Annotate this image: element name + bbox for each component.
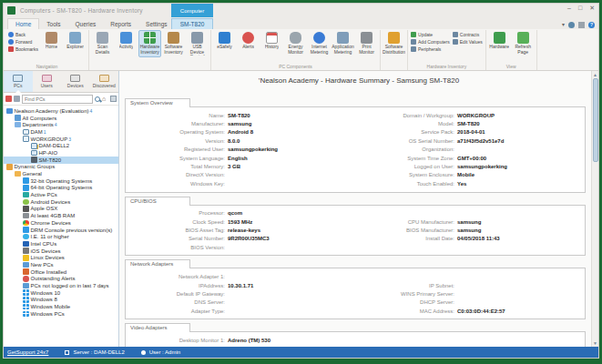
update-button[interactable]: Update [411,32,450,37]
tree-item-windows-mobile[interactable]: Windows Mobile [4,303,118,310]
close-button[interactable]: ✕ [589,5,595,12]
bookmarks-button[interactable]: Bookmarks [8,46,38,52]
scroll-down-icon[interactable]: ▼ [593,339,597,347]
hardware-inventory-button[interactable]: Hardware Inventory [138,30,161,57]
usb-device-control-button[interactable]: USB Device Control [186,30,209,57]
find-pcs-input[interactable] [22,95,93,104]
history-button[interactable]: History [260,30,283,57]
field-wins-primary-server: WINS Primary Server: [355,289,585,298]
tree-item-new-pcs[interactable]: New PCs [4,261,118,268]
home-button[interactable]: Home [40,30,63,57]
tab-reports[interactable]: Reports [103,19,138,29]
internet-metering-button[interactable]: Internet Metering [308,30,331,57]
home-small-icon[interactable]: ⌂ [102,96,108,102]
minimize-button[interactable]: – [567,5,571,12]
sidebar-tab-discovered[interactable]: Discovered [90,71,119,92]
tab-queries[interactable]: Queries [68,19,104,29]
window-title: Computers - SM-T820 - Hardware Inventory [20,7,143,14]
vertical-scrollbar[interactable]: ▲ ▼ [591,71,598,347]
tab-tools[interactable]: Tools [39,19,67,29]
tree-item-64-bit-operating-systems[interactable]: 64-bit Operating Systems [4,185,118,192]
tree-item-ios-devices[interactable]: iOS Devices [4,248,118,255]
back-button[interactable]: Back [8,32,38,37]
tree-item-windows-8[interactable]: Windows 8 [4,297,118,304]
explorer-button[interactable]: Explorer [64,30,87,57]
energy-monitor-button[interactable]: Energy Monitor [284,30,307,57]
add-computers-button[interactable]: Add Computers [411,39,450,45]
tree-item-intel-cpus[interactable]: Intel CPUs [4,240,118,248]
field-manufacturer: Manufacturer:samsung [126,119,355,127]
hardware-button[interactable]: Hardware [488,30,511,57]
tree-item-i-e-11-or-higher[interactable]: I.E. 11 or higher [4,233,118,240]
tree-item-at-least-4gb-ram[interactable]: At least 4GB RAM [4,212,118,219]
depts-icon [15,122,21,128]
sidebar-tab-users[interactable]: Users [33,71,62,92]
tree-item-dynamic-groups[interactable]: Dynamic Groups [4,164,118,171]
contracts-button[interactable]: Contracts [453,32,483,37]
software-inventory-button[interactable]: Software Inventory [162,30,185,57]
support-link[interactable]: GetSupport 24x7 [7,349,48,355]
scroll-up-icon[interactable]: ▲ [593,71,597,78]
panel-toggle-icon[interactable] [110,96,117,102]
windows-icon [23,311,29,318]
forward-button[interactable]: Forward [8,39,38,45]
tree-item-pcs-not-logged-on-in-last-7-days[interactable]: PCs not logged on in last 7 days [4,282,118,289]
tree-item-active-pcs[interactable]: Active PCs [4,191,118,198]
print-monitor-button[interactable]: Print Monitor [355,30,378,57]
alerts-quick-icon[interactable] [5,96,12,102]
tree-item-android-devices[interactable]: Android Devices [4,198,118,206]
sidebar-tab-devices[interactable]: Devices [61,71,90,92]
tree-item-workgroup[interactable]: WORKGROUP3 [4,136,118,143]
maximize-button[interactable]: □ [578,5,582,12]
tree-item-drm-console-previous-version-s[interactable]: DRM Console previous version(s) [4,227,118,234]
linux-icon [23,255,29,261]
tablet-icon [31,157,37,163]
organization-icon[interactable] [578,22,585,28]
print-icon [361,32,372,44]
device-tree: Nealson Academy (Evaluation)4All Compute… [4,106,118,347]
field-model: Model:SM-T820 [355,119,585,127]
users-icon [42,75,52,82]
back-icon [8,32,14,37]
help-icon[interactable]: ? [588,22,595,28]
sidebar-tab-pcs[interactable]: PCs [4,71,33,92]
tree-item-apple-osx[interactable]: Apple OSX [4,206,118,213]
refresh-tree-icon[interactable] [14,96,20,102]
update-icon [411,32,416,37]
software-distribution-button[interactable]: Software Distribution [383,30,405,57]
tab-settings[interactable]: Settings [138,19,175,29]
field-cpu-manufacturer: CPU Manufacturer:samsung [355,217,585,226]
tree-item-windows-10[interactable]: Windows 10 [4,289,118,297]
tree-item-dam[interactable]: DAM1 [4,128,118,136]
tree-item-office-installed[interactable]: Office Installed [4,268,118,276]
tree-item-windows-pcs[interactable]: Windows PCs [4,310,118,318]
tab-home[interactable]: Home [7,18,39,29]
tree-item-departments[interactable]: Departments4 [4,121,118,128]
peripherals-button[interactable]: Peripherals [411,46,450,52]
refresh-page-button[interactable]: Refresh Page [512,30,535,57]
field-processor: Processor:qcom [126,209,355,217]
application-metering-button[interactable]: Application Metering [332,30,354,57]
activity-button[interactable]: Activity [115,30,138,57]
search-icon[interactable] [95,96,100,102]
tree-item-chrome-devices[interactable]: Chrome Devices [4,219,118,227]
esafely-button[interactable]: eSafely [213,30,236,57]
tree-item-nealson-academy-evaluation[interactable]: Nealson Academy (Evaluation)4 [4,107,118,115]
web-icon[interactable] [568,22,575,28]
tree-item-hp-aio[interactable]: HP-AIO [4,149,118,157]
tree-item-32-bit-operating-systems[interactable]: 32-bit Operating Systems [4,177,118,185]
tree-item-outstanding-alerts[interactable]: Outstanding Alerts [4,276,118,283]
tab-sm-t820[interactable]: SM-T820 [171,18,213,29]
tree-item-sm-t820[interactable]: SM-T820 [4,157,118,164]
field-system-language: System Language:English [126,154,355,162]
dropdown-caret-icon[interactable]: ▾ [562,22,565,28]
scan-details-button[interactable]: Scan Details [91,30,114,57]
scrollbar-thumb[interactable] [593,78,598,162]
section-system-overview: System OverviewName:SM-T820Manufacturer:… [125,106,586,193]
alerts-button[interactable]: Alerts [237,30,260,57]
edit-values-button[interactable]: Edit Values [453,39,483,45]
tree-item-dam-dell2[interactable]: DAM-DELL2 [4,142,118,149]
tree-item-all-computers[interactable]: All Computers [4,115,118,122]
tree-item-linux-devices[interactable]: Linux Devices [4,254,118,261]
tree-item-general[interactable]: General [4,170,118,177]
